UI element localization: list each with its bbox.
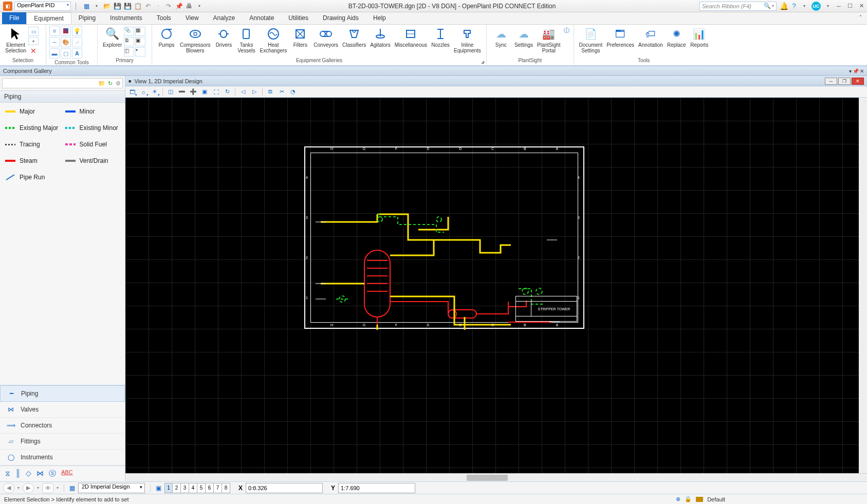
item-minor[interactable]: Minor <box>65 108 120 115</box>
nav-fittings[interactable]: ▱Fittings <box>0 434 125 450</box>
tab-equipment[interactable]: Equipment <box>26 12 71 24</box>
gallery-filter-icon[interactable]: ⚙ <box>114 79 122 87</box>
view-groups-icon[interactable]: ▣ <box>156 484 161 492</box>
attr-text-icon[interactable]: A <box>72 48 82 59</box>
tab-annotate[interactable]: Annotate <box>242 12 281 24</box>
gallery-browse-icon[interactable]: 📁 <box>98 79 106 87</box>
gallery-category-header[interactable]: Piping <box>0 90 125 103</box>
canvas-horizontal-scrollbar[interactable] <box>125 473 867 481</box>
ps-portal-button[interactable]: 🏭PlantSight Portal <box>535 26 563 54</box>
attr-level-icon[interactable]: ≡ <box>49 26 60 36</box>
attr-linestyle-icon[interactable]: ─ <box>49 37 60 47</box>
preferences-button[interactable]: 🗔Preferences <box>604 26 636 49</box>
qa-undo-icon[interactable]: ↶ <box>144 2 152 10</box>
qa-pin-icon[interactable]: 📌 <box>175 2 183 10</box>
attr-style-icon[interactable]: ⟋ <box>72 37 82 47</box>
item-existing-major[interactable]: Existing Major <box>5 124 60 132</box>
maximize-button[interactable]: ☐ <box>844 2 856 11</box>
view-minimize-button[interactable]: ─ <box>825 78 837 85</box>
item-existing-minor[interactable]: Existing Minor <box>65 124 120 132</box>
view-btn-5[interactable]: 5 <box>197 483 206 493</box>
model-icon[interactable]: ▦ <box>69 484 75 492</box>
ribbon-collapse-icon[interactable]: ˄ <box>854 12 867 24</box>
tool-parallel-icon[interactable]: ║ <box>15 469 21 478</box>
view-close-button[interactable]: ✕ <box>852 78 864 85</box>
view-btn-3[interactable]: 3 <box>181 483 189 493</box>
search-dropdown-icon[interactable]: ▾ <box>772 4 774 8</box>
vt-window-area-icon[interactable]: ▣ <box>200 87 209 97</box>
panel-close-icon[interactable]: ✕ <box>860 68 864 74</box>
gallery-search-input[interactable] <box>3 80 98 86</box>
ps-info-icon[interactable]: ⓘ <box>564 27 569 34</box>
item-vent-drain[interactable]: Vent/Drain <box>65 157 120 164</box>
qa-grid-icon[interactable]: ▦ <box>82 2 90 10</box>
nav-valves[interactable]: ⋈Valves <box>0 402 125 418</box>
tanks-button[interactable]: Tanks Vessels <box>235 26 257 54</box>
classifiers-button[interactable]: Classifiers <box>340 26 368 49</box>
filters-button[interactable]: Filters <box>289 26 311 49</box>
tab-tools[interactable]: Tools <box>150 12 178 24</box>
attr-bulb-icon[interactable]: 💡 <box>72 26 82 36</box>
drivers-button[interactable]: Drivers <box>212 26 235 49</box>
nav-view-button[interactable]: 👁 <box>42 483 53 493</box>
qa-dropdown-icon[interactable]: ▾ <box>93 2 101 10</box>
tab-piping[interactable]: Piping <box>71 12 103 24</box>
cells-icon[interactable]: ◫ <box>124 47 134 57</box>
tab-file[interactable]: File <box>2 12 26 24</box>
fence-dropdown-icon[interactable]: ▾ <box>28 37 39 45</box>
nozzles-button[interactable]: Nozzles <box>429 26 452 49</box>
vt-brightness-icon[interactable]: ☼▾ <box>139 87 148 97</box>
view-btn-4[interactable]: 4 <box>189 483 197 493</box>
search-ribbon-input[interactable]: Search Ribbon (F4) 🔍 ▾ <box>699 2 777 11</box>
tool-break-icon[interactable]: ⧖ <box>5 469 10 478</box>
tool-diamond-icon[interactable]: ◇ <box>26 469 31 478</box>
tab-instruments[interactable]: Instruments <box>103 12 150 24</box>
document-settings-button[interactable]: 📄Document Settings <box>577 26 605 54</box>
tab-analyze[interactable]: Analyze <box>206 12 243 24</box>
nav-back-button[interactable]: ◀ <box>3 483 14 493</box>
delete-icon[interactable]: ✕ <box>28 46 39 55</box>
models-icon[interactable]: ▦ <box>135 27 145 36</box>
qa-save-as-icon[interactable]: 💾 <box>123 2 132 10</box>
tool-spec-icon[interactable]: ⓢ <box>49 469 56 478</box>
view-btn-2[interactable]: 2 <box>173 483 181 493</box>
galleries-dialog-launcher-icon[interactable]: ◢ <box>481 60 484 64</box>
qa-print-icon[interactable]: 🖶 <box>185 2 193 10</box>
view-maximize-button[interactable]: ❐ <box>838 78 851 85</box>
workflow-combo[interactable]: OpenPlant PID <box>14 2 71 11</box>
help-dropdown-icon[interactable]: ▾ <box>800 2 808 10</box>
snap-icon[interactable]: ⊕ <box>676 496 680 502</box>
nav-connectors[interactable]: ⟹Connectors <box>0 418 125 434</box>
ref-icon[interactable]: 🗎 <box>124 37 134 46</box>
vt-zoom-out-icon[interactable]: ➖ <box>177 87 187 97</box>
vt-prev-view-icon[interactable]: ◁ <box>238 87 248 97</box>
qa-redo-icon[interactable]: ↷ <box>164 2 173 10</box>
notifications-icon[interactable]: 🔔 <box>780 2 788 10</box>
attr-color-icon[interactable] <box>61 26 71 36</box>
attach-icon[interactable]: 📎 <box>124 27 134 36</box>
agitators-button[interactable]: Agitators <box>368 26 392 49</box>
sync-button[interactable]: ☁Sync <box>490 26 512 49</box>
gallery-refresh-icon[interactable]: ↻ <box>106 79 114 87</box>
qa-more-icon[interactable]: ▾ <box>195 2 204 10</box>
user-badge[interactable]: UC <box>811 2 821 11</box>
help-icon[interactable]: ? <box>790 2 798 10</box>
vt-fit-icon[interactable]: ⛶ <box>211 87 220 97</box>
nav-forward-button[interactable]: ▶ <box>23 483 34 493</box>
level-color-swatch[interactable] <box>696 497 703 502</box>
fence-icon[interactable]: ▭ <box>28 27 39 36</box>
raster-icon[interactable]: ▣ <box>135 37 145 46</box>
y-coordinate-input[interactable] <box>338 483 415 493</box>
inline-equipments-button[interactable]: Inline Equipments <box>452 26 483 54</box>
heat-exchangers-button[interactable]: Heat Exchangers <box>257 26 289 54</box>
qa-open-icon[interactable]: 📂 <box>103 2 111 10</box>
pumps-button[interactable]: Pumps <box>155 26 178 49</box>
item-solid-fuel[interactable]: Solid Fuel <box>65 141 120 148</box>
view-btn-6[interactable]: 6 <box>206 483 214 493</box>
panel-options-icon[interactable]: ▾ <box>849 68 852 74</box>
attr-weight-icon[interactable]: ▬ <box>49 48 60 59</box>
qa-copy-icon[interactable]: 📋 <box>134 2 142 10</box>
vt-next-view-icon[interactable]: ▷ <box>250 87 259 97</box>
tab-utilities[interactable]: Utilities <box>281 12 316 24</box>
miscellaneous-button[interactable]: Miscellaneous <box>393 26 429 49</box>
